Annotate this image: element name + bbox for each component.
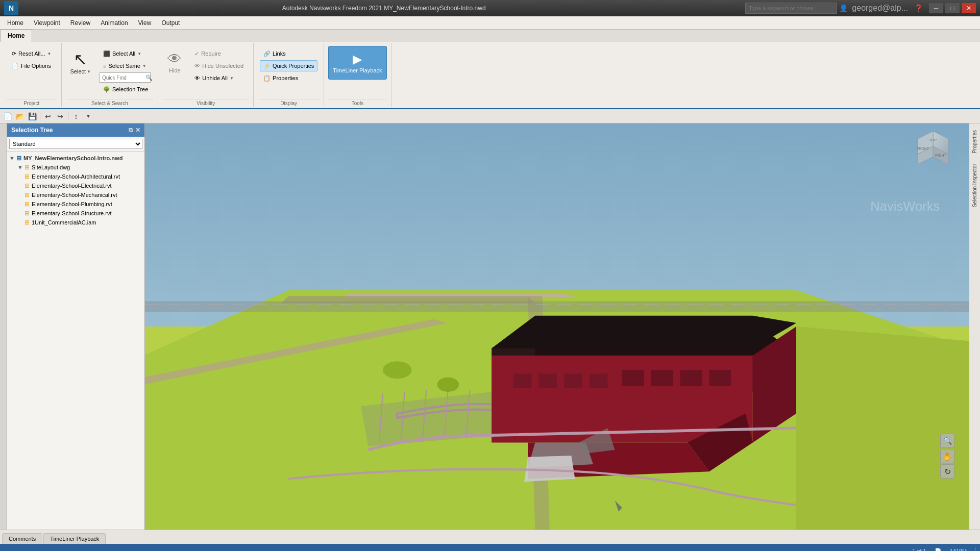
- tree-label-arch: Elementary-School-Architectural.rvt: [32, 173, 120, 180]
- menu-view[interactable]: View: [133, 17, 157, 29]
- menu-review[interactable]: Review: [65, 17, 95, 29]
- select-buttons: ↖ Select ▼ ⬛ Select All ▼: [66, 44, 154, 99]
- require-button[interactable]: ✓ Require: [191, 48, 247, 59]
- tree-item-elec[interactable]: ⊞ Elementary-School-Electrical.rvt: [9, 181, 142, 190]
- tree-icon-plumb: ⊞: [24, 201, 30, 208]
- toolbar-sep-1: [40, 112, 40, 121]
- panel-close-button[interactable]: ✕: [135, 127, 140, 134]
- maximize-button[interactable]: □: [945, 3, 960, 13]
- undo-button[interactable]: ↩: [42, 111, 54, 122]
- menu-animation[interactable]: Animation: [95, 17, 133, 29]
- selection-tree-icon: 🌳: [103, 86, 110, 93]
- save-button[interactable]: 💾: [27, 111, 38, 122]
- title-text: Autodesk Navisworks Freedom 2021 MY_NewE…: [22, 5, 745, 12]
- ribbon-group-display: 🔗 Links ⚡ Quick Properties 📋 Properties …: [254, 43, 324, 107]
- project-col: ⟳ Reset All... ▼ 📄 File Options: [6, 46, 57, 73]
- open-button[interactable]: 📂: [14, 111, 26, 122]
- left-vert-tab: [0, 123, 7, 530]
- viewport[interactable]: NavisWorks TOP: [145, 123, 969, 530]
- select-same-button[interactable]: ≡ Select Same ▼: [100, 60, 150, 71]
- tree-item-struct[interactable]: ⊞ Elementary-School-Structure.rvt: [9, 209, 142, 218]
- links-button[interactable]: 🔗 Links: [260, 48, 317, 59]
- svg-text:TOP: TOP: [929, 138, 937, 142]
- tree-item-mech[interactable]: ⊞ Elementary-School-Mechanical.rvt: [9, 190, 142, 199]
- reset-all-button[interactable]: ⟳ Reset All... ▼: [8, 48, 55, 59]
- tree-label-site: SiteLayout.dwg: [32, 164, 70, 170]
- orbit-button[interactable]: ↻: [940, 464, 954, 479]
- tree-item-root[interactable]: ▼ ⊞ MY_NewElementarySchool-Intro.nwd: [9, 154, 142, 163]
- visibility-col: ✓ Require 👁 Hide Unselected 👁 Unhide All…: [189, 46, 249, 86]
- ribbon: Home ⟳ Reset All... ▼ 📄 File Options Pro: [0, 30, 980, 109]
- tree-icon-root: ⊞: [16, 155, 21, 162]
- status-bar: 1 of 1 📄 1419%: [0, 544, 980, 551]
- selection-tree-button[interactable]: 🌳 Selection Tree: [100, 84, 152, 95]
- ribbon-group-select: ↖ Select ▼ ⬛ Select All ▼: [62, 43, 159, 107]
- svg-point-32: [383, 361, 412, 379]
- select-button[interactable]: ↖ Select ▼: [66, 46, 96, 80]
- timeliner-playback-button[interactable]: ▶ TimeLiner Playback: [328, 46, 386, 80]
- quick-access-toolbar: 📄 📂 💾 ↩ ↪ ↕ ▼: [0, 109, 980, 123]
- visibility-label: Visibility: [162, 99, 249, 106]
- help-icon[interactable]: 👤: [839, 4, 848, 12]
- menu-viewpoint[interactable]: Viewpoint: [29, 17, 65, 29]
- redo-button[interactable]: ↪: [55, 111, 66, 122]
- quick-properties-button[interactable]: ⚡ Quick Properties: [260, 60, 317, 71]
- tree-item-arch[interactable]: ⊞ Elementary-School-Architectural.rvt: [9, 172, 142, 181]
- svg-rect-19: [513, 373, 532, 388]
- panel-float-button[interactable]: ⧉: [129, 127, 133, 134]
- select-icon: ↖: [74, 51, 87, 67]
- sidebar-tab-selection[interactable]: Selection Inspector: [969, 159, 980, 212]
- hide-unselected-button[interactable]: 👁 Hide Unselected: [191, 60, 247, 71]
- svg-rect-21: [564, 373, 582, 388]
- tab-timeliner[interactable]: TimeLiner Playback: [43, 533, 106, 544]
- svg-rect-22: [590, 373, 608, 388]
- tree-item-site[interactable]: ▼ ⊞ SiteLayout.dwg: [9, 163, 142, 172]
- zoom-in-button[interactable]: 🔍: [940, 434, 954, 448]
- tree-label-struct: Elementary-School-Structure.rvt: [32, 210, 112, 216]
- new-button[interactable]: 📄: [2, 111, 13, 122]
- selection-tree-panel: Selection Tree ⧉ ✕ Standard Compact Prop…: [7, 123, 145, 530]
- tab-comments[interactable]: Comments: [2, 533, 42, 544]
- tools-buttons: ▶ TimeLiner Playback: [328, 44, 386, 99]
- minimize-button[interactable]: ─: [929, 3, 943, 13]
- page-info: 1 of 1: [912, 548, 926, 551]
- project-label: Project: [6, 99, 57, 106]
- file-options-button[interactable]: 📄 File Options: [8, 60, 55, 71]
- properties-button[interactable]: 📋 Properties: [260, 72, 317, 84]
- help-search-input[interactable]: [745, 3, 837, 14]
- tab-home[interactable]: Home: [0, 30, 32, 42]
- select-all-arrow: ▼: [137, 52, 141, 56]
- menu-output[interactable]: Output: [156, 17, 185, 29]
- tree-icon-site: ⊞: [24, 164, 30, 171]
- svg-rect-26: [709, 370, 731, 386]
- tree-label-mech: Elementary-School-Mechanical.rvt: [32, 192, 117, 198]
- tree-toggle-root[interactable]: ▼: [9, 155, 15, 161]
- select-all-button[interactable]: ⬛ Select All ▼: [100, 48, 145, 59]
- menu-home[interactable]: Home: [2, 17, 29, 29]
- extra-button[interactable]: ▼: [83, 111, 94, 122]
- viewcube[interactable]: TOP RIGHT FRONT: [913, 129, 953, 169]
- close-button[interactable]: ✕: [962, 3, 976, 13]
- display-buttons: 🔗 Links ⚡ Quick Properties 📋 Properties: [258, 44, 320, 99]
- hide-icon: 👁: [167, 52, 182, 66]
- svg-marker-31: [524, 456, 575, 482]
- tree-mode-select[interactable]: Standard Compact Properties Sets: [9, 139, 142, 149]
- title-bar: N Autodesk Navisworks Freedom 2021 MY_Ne…: [0, 0, 980, 16]
- bottom-tabs-bar: Comments TimeLiner Playback: [0, 530, 980, 544]
- svg-rect-24: [651, 370, 673, 386]
- sidebar-tab-properties[interactable]: Properties: [969, 126, 980, 158]
- unhide-all-button[interactable]: 👁 Unhide All ▼: [191, 72, 247, 84]
- tree-toggle-site[interactable]: ▼: [17, 164, 23, 170]
- pan-button[interactable]: ✋: [940, 449, 954, 463]
- customize-button[interactable]: ↕: [70, 111, 82, 122]
- file-options-icon: 📄: [12, 63, 19, 69]
- quick-find-input[interactable]: [102, 75, 145, 81]
- tree-item-plumb[interactable]: ⊞ Elementary-School-Plumbing.rvt: [9, 199, 142, 209]
- svg-marker-18: [492, 316, 796, 348]
- hide-button[interactable]: 👁 Hide: [162, 46, 187, 80]
- timeliner-icon: ▶: [353, 52, 362, 66]
- status-sep: [975, 547, 976, 551]
- help-btn[interactable]: ❓: [914, 4, 923, 12]
- select-small-col: ⬛ Select All ▼ ≡ Select Same ▼: [97, 46, 154, 97]
- tree-item-ac[interactable]: ⊞ 1Unit_CommercialAC.iam: [9, 218, 142, 227]
